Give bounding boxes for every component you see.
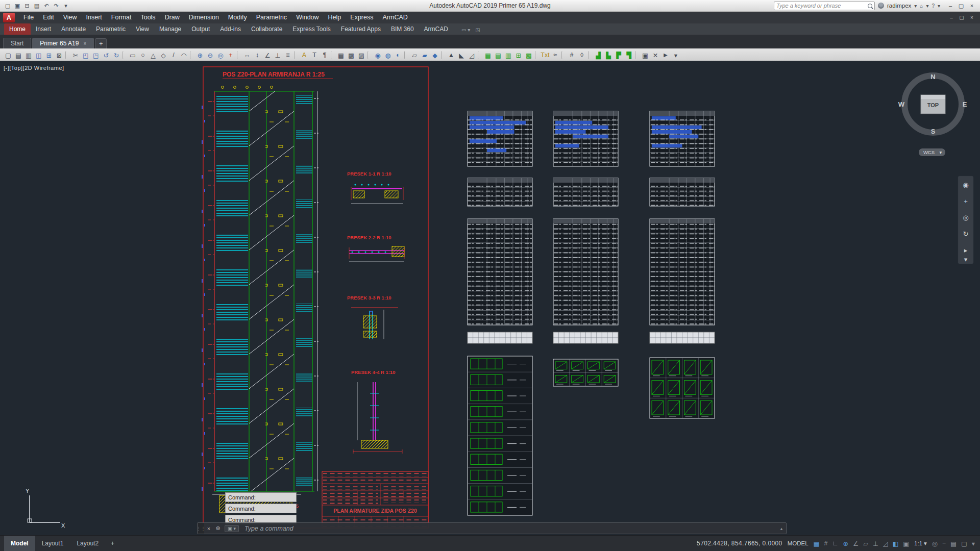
toolbar-icon[interactable]: ✂ xyxy=(70,50,81,60)
ribbon-tab[interactable]: Parametric xyxy=(91,23,131,35)
file-tab[interactable]: Primer 65 A19 × xyxy=(32,38,94,48)
menu-item[interactable]: Express xyxy=(346,12,378,23)
toolbar-icon[interactable] xyxy=(331,51,335,59)
status-extra-icon[interactable]: ▾ xyxy=(972,540,975,547)
ribbon-tab[interactable]: ArmCAD xyxy=(419,23,453,35)
bar-shape-grid[interactable] xyxy=(650,358,715,418)
toolbar-icon[interactable]: ∠ xyxy=(262,50,273,60)
toolbar-icon[interactable]: ◍ xyxy=(383,50,393,60)
menu-item[interactable]: Parametric xyxy=(252,12,291,23)
toolbar-icon[interactable]: ▣ xyxy=(640,50,650,60)
rebar-table[interactable] xyxy=(650,219,715,325)
toolbar-icon[interactable] xyxy=(122,51,127,59)
menu-item[interactable]: Format xyxy=(107,12,136,23)
toolbar-icon[interactable]: Txt xyxy=(540,50,550,60)
status-toggle-icon[interactable]: ⊥ xyxy=(873,540,878,547)
rebar-table[interactable] xyxy=(468,219,532,325)
toolbar-icon[interactable]: # xyxy=(567,50,577,60)
status-toggle-icon[interactable]: ▱ xyxy=(863,540,868,547)
menu-item[interactable]: File xyxy=(19,12,38,23)
ribbon-tab[interactable]: Output xyxy=(186,23,215,35)
summary-table[interactable] xyxy=(650,332,715,343)
toolbar-icon[interactable] xyxy=(368,51,372,59)
model-canvas[interactable]: POS Z20-PLAN ARMIRANJA R 1:25 xyxy=(0,61,980,535)
toolbar-icon[interactable]: ◐ xyxy=(393,50,403,60)
model-viewport[interactable]: [-][Top][2D Wireframe] xyxy=(0,61,980,535)
viewcube-west[interactable]: W xyxy=(898,101,905,108)
viewcube-face[interactable]: TOP xyxy=(927,102,939,108)
autocad-logo-icon[interactable]: A xyxy=(3,13,15,22)
doc-window-control[interactable]: × xyxy=(967,15,977,20)
command-collapse-icon[interactable]: ▴ xyxy=(777,526,786,531)
ribbon-tab[interactable]: BIM 360 xyxy=(386,23,419,35)
layout-tab[interactable]: Model xyxy=(4,536,35,551)
status-toggle-icon[interactable]: ∠ xyxy=(853,540,859,547)
toolbar-icon[interactable] xyxy=(478,51,482,59)
toolbar-icon[interactable]: ◠ xyxy=(179,50,189,60)
viewcube-north[interactable]: N xyxy=(930,73,935,81)
ribbon-tab[interactable]: View xyxy=(131,23,154,35)
new-drawing-tab-button[interactable]: + xyxy=(95,38,107,48)
toolbar-icon[interactable]: ▨ xyxy=(356,50,366,60)
rebar-table[interactable] xyxy=(553,178,618,206)
toolbar-icon[interactable]: ◳ xyxy=(91,50,101,60)
layout-tab[interactable]: Layout2 xyxy=(70,536,105,551)
toolbar-icon[interactable]: ▩ xyxy=(346,50,356,60)
toolbar-icon[interactable]: ◫ xyxy=(34,50,44,60)
qat-icon[interactable]: ▤ xyxy=(32,2,41,10)
qat-icon[interactable]: ▣ xyxy=(13,2,22,10)
ribbon-tab[interactable]: Add-ins xyxy=(215,23,246,35)
toolbar-icon[interactable] xyxy=(190,51,194,59)
coordinates-display[interactable]: 5702.4428, 854.7665, 0.0000 xyxy=(697,540,782,547)
toolbar-icon[interactable]: ▭ xyxy=(128,50,138,60)
summary-table[interactable] xyxy=(553,332,618,343)
toolbar-icon[interactable]: ⊞ xyxy=(44,50,54,60)
toolbar-icon[interactable]: ▰ xyxy=(420,50,430,60)
toolbar-icon[interactable]: ↺ xyxy=(101,50,111,60)
doc-window-control[interactable]: – xyxy=(946,15,957,20)
zoom-icon[interactable]: ◎ xyxy=(963,214,968,221)
toolbar-icon[interactable]: ▢ xyxy=(3,50,13,60)
toolbar-icon[interactable]: ⊥ xyxy=(273,50,283,60)
qat-icon[interactable]: ▢ xyxy=(3,2,12,10)
rebar-elevation[interactable]: R 1:25 xyxy=(201,86,318,513)
titlebar-icon[interactable]: ▾ xyxy=(926,3,928,9)
toolbar-icon[interactable]: ▤ xyxy=(493,50,503,60)
wcs-caret-icon[interactable]: ▾ xyxy=(940,149,942,155)
menu-item[interactable]: ArmCAD xyxy=(378,12,412,23)
signed-in-user[interactable]: radimpex xyxy=(887,3,911,9)
toolbar-icon[interactable]: ▦ xyxy=(336,50,346,60)
pan-icon[interactable]: + xyxy=(964,197,968,205)
annotation-scale-button[interactable]: 1:1 ▾ xyxy=(914,540,927,547)
ribbon-options-icon[interactable]: ▭ ▾ xyxy=(461,27,470,33)
toolbar-icon[interactable]: ▾ xyxy=(671,50,681,60)
viewcube-south[interactable]: S xyxy=(931,128,936,135)
status-extra-icon[interactable]: ◎ xyxy=(932,540,938,547)
qat-icon[interactable]: ↷ xyxy=(52,2,61,10)
menu-item[interactable]: Tools xyxy=(136,12,160,23)
rebar-schedules[interactable] xyxy=(468,111,715,515)
viewcube-east[interactable]: E xyxy=(963,101,967,108)
window-control-button[interactable]: – xyxy=(945,3,955,9)
toolbar-icon[interactable]: ► xyxy=(660,50,671,60)
titlebar-icon[interactable]: ? xyxy=(932,3,935,9)
rebar-table[interactable] xyxy=(468,178,532,206)
command-line[interactable]: ⋮⋮ × ⊛ ▣ ▾ Type a command ▴ xyxy=(197,522,787,534)
ribbon-tab[interactable]: Collaborate xyxy=(246,23,287,35)
window-control-button[interactable]: × xyxy=(967,3,977,9)
status-toggle-icon[interactable]: ◧ xyxy=(892,540,898,547)
summary-table[interactable] xyxy=(468,332,532,343)
status-toggle-icon[interactable]: ▣ xyxy=(903,540,909,547)
toolbar-icon[interactable] xyxy=(635,51,639,59)
navigation-bar[interactable]: ◉ + ◎ ↻ ▸ ▾ xyxy=(958,176,973,264)
recent-commands-button[interactable]: ▣ ▾ xyxy=(225,525,239,532)
status-toggle-icon[interactable]: ⊕ xyxy=(843,540,848,547)
status-extra-icon[interactable]: ▤ xyxy=(950,540,957,547)
toolbar-icon[interactable]: ↕ xyxy=(252,50,262,60)
toolbar-icon[interactable]: ▥ xyxy=(503,50,513,60)
toolbar-icon[interactable] xyxy=(441,51,445,59)
toolbar-icon[interactable] xyxy=(404,51,408,59)
toolbar-icon[interactable]: ◿ xyxy=(467,50,477,60)
menu-item[interactable]: Dimension xyxy=(184,12,224,23)
ribbon-options-icon[interactable]: ◳ xyxy=(475,27,480,33)
